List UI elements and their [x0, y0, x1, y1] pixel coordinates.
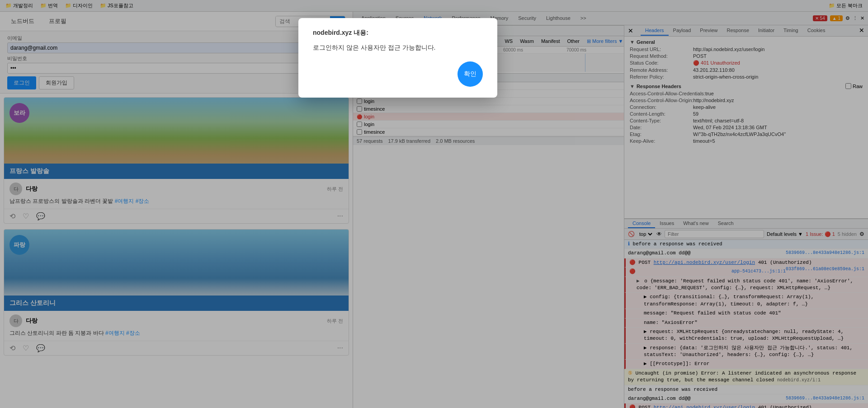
alert-modal-overlay[interactable]: nodebird.xyz 내용: 로그인하지 않은 사용자만 접근 가능합니다.… [0, 0, 868, 408]
alert-modal: nodebird.xyz 내용: 로그인하지 않은 사용자만 접근 가능합니다.… [298, 18, 497, 98]
browser-chrome: 📁 개발정리 📁 번역 📁 디자이인 📁 JS포플참고 📁 모든 북마크 [0, 0, 868, 408]
alert-title: nodebird.xyz 내용: [313, 29, 483, 37]
alert-confirm-button[interactable]: 확인 [458, 61, 483, 87]
alert-message: 로그인하지 않은 사용자만 접근 가능합니다. [313, 42, 483, 52]
alert-message-text: 로그인하지 않은 사용자만 접근 가능합니다. [313, 44, 435, 51]
